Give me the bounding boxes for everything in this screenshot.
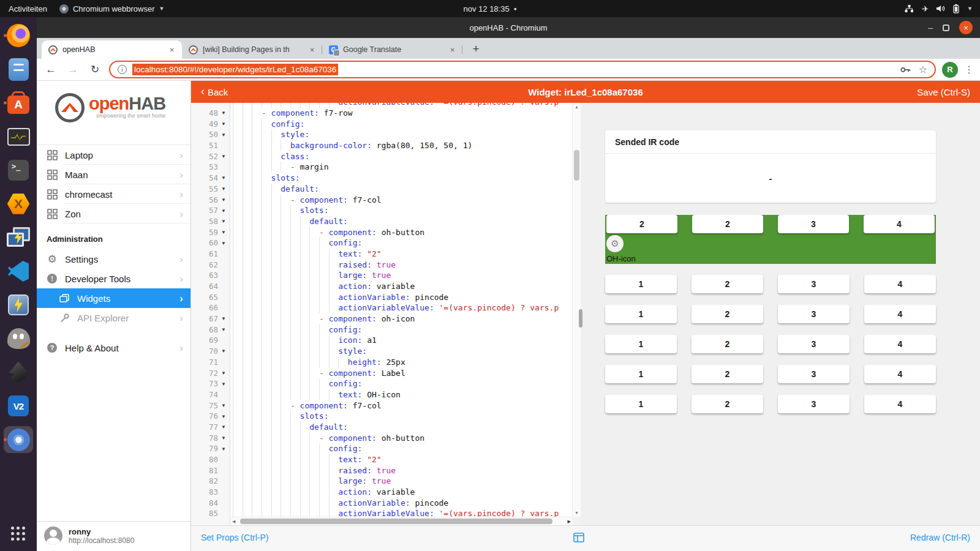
sidebar-item-widgets[interactable]: Widgets›	[37, 288, 190, 308]
window-titlebar[interactable]: openHAB - Chromium – ×	[37, 17, 980, 38]
widget-button-3[interactable]: 3	[778, 395, 850, 413]
browser-tab-0[interactable]: openHAB×	[42, 40, 182, 59]
vscode-icon[interactable]	[4, 258, 33, 285]
app-grid-icon[interactable]	[4, 520, 33, 547]
fold-arrow-icon[interactable]: ▼	[220, 403, 230, 408]
horizontal-scroll-thumb[interactable]	[240, 519, 552, 524]
remote-desktop-icon[interactable]	[4, 224, 33, 251]
files-icon[interactable]	[4, 56, 33, 83]
system-status-area[interactable]: ✈ ▼	[905, 4, 980, 13]
address-bar[interactable]: i localhost:8080/#!/developer/widgets/ir…	[109, 61, 936, 78]
widget-button-2[interactable]: 2	[692, 365, 763, 383]
pane-resize-handle[interactable]	[579, 309, 582, 328]
clock-button[interactable]: nov 12 18:35 ●	[463, 4, 516, 13]
widget-button-4[interactable]: 4	[864, 275, 936, 293]
widget-button-4[interactable]: 4	[864, 395, 936, 413]
widget-button-2[interactable]: 2	[692, 395, 763, 413]
password-key-icon[interactable]	[900, 64, 911, 75]
minimize-button[interactable]: –	[928, 23, 933, 32]
terminal-icon[interactable]	[4, 157, 33, 184]
tab-close-icon[interactable]: ×	[307, 45, 317, 55]
activities-button[interactable]: Activiteiten	[9, 4, 47, 13]
widget-button-2[interactable]: 2	[692, 335, 763, 353]
sidebar-item-api-explorer[interactable]: API Explorer›	[37, 308, 190, 328]
forward-nav-button[interactable]: →	[65, 62, 81, 78]
editor-code-area[interactable]: actionVariableValue: '=(vars.pincode) ? …	[230, 103, 572, 525]
hexagon-x-icon[interactable]	[4, 190, 33, 217]
fold-arrow-icon[interactable]: ▼	[220, 186, 230, 192]
firefox-icon[interactable]	[4, 22, 33, 49]
fold-arrow-icon[interactable]: ▼	[220, 381, 230, 387]
app-menu-button[interactable]: Chromium webbrowser ▼	[59, 4, 165, 13]
sidebar-item-zon[interactable]: Zon›	[37, 204, 190, 223]
widget-button-1[interactable]: 1	[605, 365, 677, 383]
widget-button-2[interactable]: 2	[692, 305, 763, 323]
sidebar-item-chromecast[interactable]: chromecast›	[37, 184, 190, 204]
back-nav-button[interactable]: ←	[43, 62, 59, 78]
fold-arrow-icon[interactable]: ▼	[220, 435, 230, 441]
widget-button-4[interactable]: 4	[864, 335, 936, 353]
scroll-left-icon[interactable]: ◀	[232, 519, 235, 524]
widget-button-3[interactable]: 3	[778, 335, 850, 353]
set-props-button[interactable]: Set Props (Ctrl-P)	[201, 533, 268, 542]
widget-button-1[interactable]: 1	[605, 395, 677, 413]
browser-tab-1[interactable]: [wiki] Building Pages in th×	[182, 40, 322, 59]
back-button[interactable]: ‹ Back	[201, 87, 228, 97]
widget-button-1[interactable]: 1	[605, 275, 677, 293]
fold-arrow-icon[interactable]: ▼	[220, 219, 230, 224]
fold-arrow-icon[interactable]: ▼	[220, 132, 230, 138]
lightning-app-icon[interactable]	[4, 291, 33, 318]
widget-button-4[interactable]: 4	[864, 365, 936, 383]
scroll-down-icon[interactable]: ▼	[573, 511, 581, 515]
widget-button-3[interactable]: 3	[778, 215, 849, 233]
scroll-right-icon[interactable]: ▶	[568, 519, 571, 524]
editor-gutter[interactable]: 48▼49▼50▼5152▼5354▼55▼56▼57▼58▼59▼60▼616…	[191, 103, 230, 525]
fold-arrow-icon[interactable]: ▼	[220, 197, 230, 203]
code-editor[interactable]: 48▼49▼50▼5152▼5354▼55▼56▼57▼58▼59▼60▼616…	[191, 103, 581, 525]
user-panel[interactable]: ronny http://localhost:8080	[37, 521, 190, 551]
fold-arrow-icon[interactable]: ▼	[220, 154, 230, 159]
redraw-button[interactable]: Redraw (Ctrl-R)	[910, 533, 970, 542]
fold-arrow-icon[interactable]: ▼	[220, 316, 230, 321]
vertical-scroll-thumb[interactable]	[574, 150, 579, 181]
sidebar-item-maan[interactable]: Maan›	[37, 165, 190, 184]
site-info-icon[interactable]: i	[118, 65, 127, 74]
save-button[interactable]: Save (Ctrl-S)	[917, 87, 970, 97]
sidebar-item-settings[interactable]: ⚙Settings›	[37, 249, 190, 269]
scroll-up-icon[interactable]: ▲	[573, 105, 581, 109]
widget-button-4[interactable]: 4	[864, 215, 935, 233]
bookmark-star-icon[interactable]: ☆	[919, 64, 927, 75]
maximize-button[interactable]	[943, 24, 949, 31]
browser-menu-icon[interactable]: ⋮	[964, 64, 974, 75]
browser-tab-2[interactable]: Google Translate×	[322, 40, 462, 59]
fold-arrow-icon[interactable]: ▼	[220, 110, 230, 116]
widget-button-4[interactable]: 4	[864, 305, 936, 323]
fold-arrow-icon[interactable]: ▼	[220, 230, 230, 235]
fold-arrow-icon[interactable]: ▼	[220, 175, 230, 181]
profile-avatar[interactable]: R	[942, 62, 958, 78]
fold-arrow-icon[interactable]: ▼	[220, 424, 230, 430]
inkscape-icon[interactable]	[4, 359, 33, 386]
widget-button-3[interactable]: 3	[778, 275, 850, 293]
chromium-icon[interactable]	[4, 426, 33, 453]
system-monitor-icon[interactable]	[4, 123, 33, 150]
fold-arrow-icon[interactable]: ▼	[220, 208, 230, 214]
new-tab-button[interactable]: +	[467, 40, 484, 58]
sidebar-item-developer-tools[interactable]: !Developer Tools›	[37, 269, 190, 288]
widget-button-2[interactable]: 2	[692, 275, 763, 293]
gimp-icon[interactable]	[4, 325, 33, 352]
widget-button-2[interactable]: 2	[606, 215, 677, 233]
fold-arrow-icon[interactable]: ▼	[220, 370, 230, 376]
layout-toggle-icon[interactable]	[573, 533, 584, 542]
fold-arrow-icon[interactable]: ▼	[220, 414, 230, 419]
reload-button[interactable]: ↻	[87, 62, 103, 78]
fold-arrow-icon[interactable]: ▼	[220, 348, 230, 354]
horizontal-scrollbar[interactable]: ◀ ▶	[231, 517, 572, 525]
fold-arrow-icon[interactable]: ▼	[220, 446, 230, 452]
widget-button-1[interactable]: 1	[605, 335, 677, 353]
vnc-viewer-icon[interactable]	[4, 392, 33, 419]
fold-arrow-icon[interactable]: ▼	[220, 121, 230, 127]
widget-button-1[interactable]: 1	[605, 305, 677, 323]
url-text[interactable]: localhost:8080/#!/developer/widgets/irLe…	[132, 64, 338, 75]
sidebar-item-help-about[interactable]: ?Help & About›	[37, 338, 190, 358]
